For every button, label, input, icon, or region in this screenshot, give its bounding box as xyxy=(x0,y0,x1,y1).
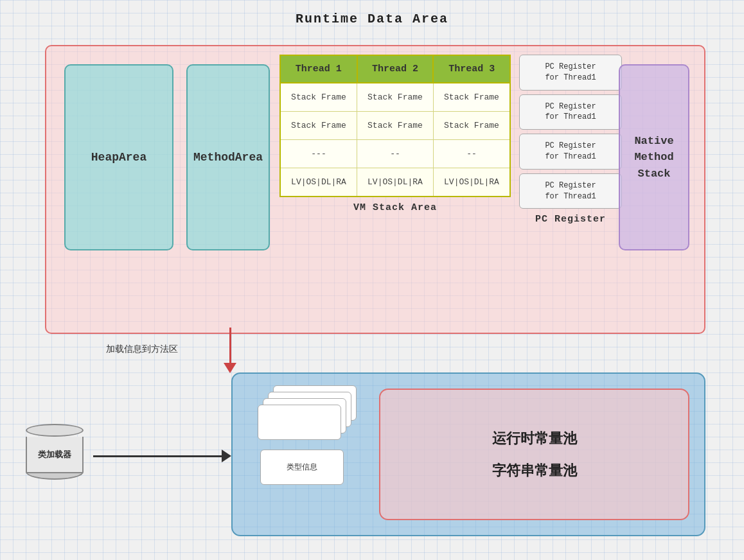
pc-register-label: PC Register xyxy=(519,214,622,225)
table-cell: LV|OS|DL|RA xyxy=(433,168,510,197)
method-area: Method Area xyxy=(186,64,270,250)
pc-box-1: PC Registerfor Thread1 xyxy=(519,55,622,91)
thread1-header: Thread 1 xyxy=(280,55,357,83)
table-cell: Stack Frame xyxy=(280,112,357,140)
arrow-line xyxy=(229,328,231,363)
heap-area: Heap Area xyxy=(64,64,173,250)
table-cell: Stack Frame xyxy=(433,83,510,112)
pc-box-2: PC Registerfor Thread1 xyxy=(519,94,622,130)
class-loader: 类加载器 xyxy=(19,424,90,480)
table-cell: -- xyxy=(433,140,510,168)
pc-box-3: PC Registerfor Thread1 xyxy=(519,134,622,170)
pc-register-container: PC Registerfor Thread1 PC Registerfor Th… xyxy=(519,55,622,225)
table-cell: Stack Frame xyxy=(357,112,434,140)
cylinder-top xyxy=(26,424,84,437)
runtime-pool-box: 运行时常量池 字符串常量池 xyxy=(379,389,689,520)
vm-stack-container: Thread 1 Thread 2 Thread 3 Stack FrameSt… xyxy=(279,55,511,213)
pc-box-4: PC Registerfor Thread1 xyxy=(519,173,622,209)
arrow-h-head xyxy=(222,450,231,462)
table-cell: Stack Frame xyxy=(433,112,510,140)
type-card-5: 类型信息 xyxy=(260,450,344,485)
table-cell: LV|OS|DL|RA xyxy=(357,168,434,197)
table-cell: -- xyxy=(357,140,434,168)
table-cell: Stack Frame xyxy=(357,83,434,112)
vm-stack-label: VM Stack Area xyxy=(279,202,511,213)
cylinder-body: 类加载器 xyxy=(26,437,84,472)
arrow-right xyxy=(93,450,231,462)
native-method-stack: NativeMethodStack xyxy=(619,64,689,250)
table-cell: Stack Frame xyxy=(280,83,357,112)
arrow-down xyxy=(224,328,236,373)
arrow-label: 加载信息到方法区 xyxy=(106,344,178,355)
thread3-header: Thread 3 xyxy=(433,55,510,83)
main-title: Runtime Data Area xyxy=(0,0,744,33)
thread2-header: Thread 2 xyxy=(357,55,434,83)
type-card-4 xyxy=(258,405,341,440)
cylinder-bottom xyxy=(26,472,84,480)
table-cell: --- xyxy=(280,140,357,168)
runtime-pool-text-1: 运行时常量池 xyxy=(492,429,577,448)
arrow-head xyxy=(224,363,236,373)
arrow-h-line xyxy=(93,455,222,457)
runtime-pool-text-2: 字符串常量池 xyxy=(492,461,577,480)
type-info-stack: 类型信息 类型信息 xyxy=(254,385,357,514)
table-cell: LV|OS|DL|RA xyxy=(280,168,357,197)
vm-stack-table: Thread 1 Thread 2 Thread 3 Stack FrameSt… xyxy=(279,55,511,197)
